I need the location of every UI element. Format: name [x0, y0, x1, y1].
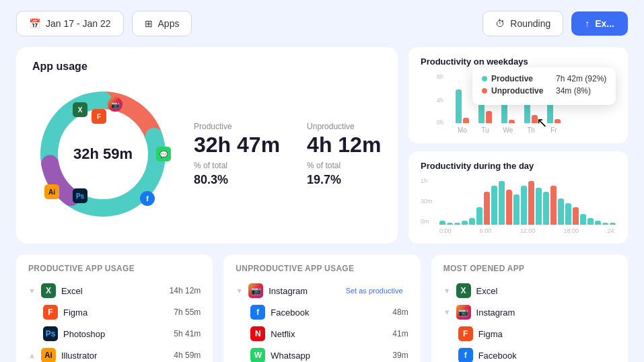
day-bar — [491, 186, 497, 225]
most-opened-panel: Most opened app ▼ X Excel ▼ 📷 Instagram … — [431, 254, 628, 362]
most-opened-title: Most opened app — [443, 264, 616, 273]
x-label-24: 24: — [607, 227, 616, 234]
productive-stat: Productive 32h 47m % of total 80.3% — [194, 122, 280, 187]
calendar-icon: 📅 — [29, 18, 40, 29]
ps-app-icon: Ps — [43, 326, 58, 341]
donut-center-value: 32h 59m — [73, 145, 133, 163]
day-bar — [476, 207, 482, 225]
day-bar — [543, 192, 549, 225]
unproductive-apps-title: Unproductive app usage — [236, 264, 408, 273]
day-bar — [521, 186, 527, 225]
apps-label: Apps — [158, 18, 180, 29]
day-y-30m: 30m — [421, 198, 433, 205]
x-label-12: 12:00 — [520, 227, 536, 234]
productive-pct-label: % of total — [194, 161, 280, 170]
apps-filter-button[interactable]: ⊞ Apps — [132, 11, 192, 36]
list-item: f Facebook 48m — [236, 301, 408, 323]
app-time-excel: 14h 12m — [170, 286, 201, 295]
export-button[interactable]: ↑ Ex... — [571, 11, 628, 36]
day-bar — [602, 223, 608, 225]
day-bar — [462, 221, 468, 225]
day-y-1h: 1h — [421, 178, 433, 184]
chevron-down-icon2: ▲ — [28, 351, 36, 359]
tooltip-prod-dot — [482, 76, 487, 81]
grid-icon: ⊞ — [145, 18, 153, 29]
unprod-bar — [532, 115, 538, 123]
day-bar — [484, 192, 490, 225]
wa-app-icon: W — [250, 348, 265, 362]
netflix-app-icon: N — [250, 326, 265, 341]
ai-icon-overlay: Ai — [44, 184, 59, 199]
day-bar — [439, 221, 445, 225]
day-bar — [587, 218, 594, 225]
most-app-ig: Instagram — [476, 307, 616, 318]
productive-apps-panel: Productive app usage ▼ X Excel 14h 12m F… — [16, 254, 213, 362]
weekday-label: Mo — [458, 126, 467, 134]
app-name-fb: Facebook — [271, 307, 387, 318]
weekday-chart-card: Productivity on weekdays Productive 7h 4… — [408, 47, 628, 143]
app-name-excel: Excel — [61, 286, 164, 296]
day-bar — [610, 223, 616, 225]
day-bars — [439, 178, 616, 225]
prod-bar — [456, 89, 462, 123]
day-y-axis: 1h 30m 0m — [421, 178, 433, 225]
usage-row: X F 📷 Ai Ps f 💬 32h 59m Productive 32h 4… — [32, 83, 382, 225]
productive-stat-label: Productive — [194, 122, 280, 131]
app-name-ig: Instagram — [269, 286, 340, 296]
list-item: N Netflix 41m — [236, 323, 408, 345]
unprod-bar — [554, 119, 561, 123]
tooltip-unprod-label: Unproductive — [491, 86, 552, 96]
productive-apps-title: Productive app usage — [28, 264, 201, 273]
most-app-figma: Figma — [478, 329, 616, 339]
chevron-down-icon: ▼ — [28, 287, 36, 295]
chevron-down-ig: ▼ — [236, 287, 243, 295]
rounding-button[interactable]: ⏱ Rounding — [482, 11, 563, 36]
list-item: W Whatsapp 39m — [236, 345, 408, 362]
unprod-bar — [463, 118, 469, 123]
excel-app-icon: X — [41, 283, 56, 298]
unproductive-apps-panel: Unproductive app usage ▼ 📷 Instagram Set… — [223, 254, 420, 362]
app-time-netflix: 41m — [392, 329, 408, 338]
rounding-icon: ⏱ — [495, 18, 505, 29]
donut-chart: X F 📷 Ai Ps f 💬 32h 59m — [32, 83, 174, 225]
date-range-button[interactable]: 📅 Jan 17 - Jan 22 — [16, 11, 124, 36]
tooltip-prod-label: Productive — [491, 74, 552, 83]
day-chart-area: 1h 30m 0m 0:00 6:00 12:00 18:00 24: — [421, 178, 616, 234]
list-item: ▼ X Excel — [443, 280, 616, 301]
ps-icon-overlay: Ps — [73, 188, 87, 203]
bottom-row: Productive app usage ▼ X Excel 14h 12m F… — [0, 254, 644, 362]
most-fb-icon: f — [458, 348, 473, 362]
app-name-ps: Photoshop — [63, 329, 168, 339]
list-item: f Facebook — [443, 345, 616, 362]
day-bar — [499, 181, 505, 225]
weekday-col: Mo — [456, 83, 469, 134]
set-productive-button[interactable]: Set as productive — [346, 287, 403, 295]
day-bar — [469, 218, 475, 225]
day-bar — [565, 203, 571, 225]
list-item: F Figma — [443, 323, 616, 345]
main-content: App usage X F 📷 Ai — [0, 47, 644, 254]
list-item: ▼ X Excel 14h 12m — [28, 280, 201, 301]
unproductive-pct-label: % of total — [307, 161, 381, 170]
unproductive-stat-value: 4h 12m — [307, 134, 381, 155]
day-chart-title: Productivity during the day — [421, 161, 616, 171]
list-item: ▲ Ai Illustrator 4h 59m — [28, 345, 201, 362]
fb-icon-overlay: f — [140, 191, 155, 206]
day-bar — [558, 198, 564, 225]
list-item: Ps Photoshop 5h 41m — [28, 323, 201, 345]
tooltip-prod-row: Productive 7h 42m (92%) — [482, 74, 606, 83]
ai-app-icon: Ai — [41, 348, 56, 362]
figma-app-icon: F — [43, 305, 58, 320]
weekday-label: Fr — [550, 126, 557, 134]
y-label-4h: 4h — [437, 97, 443, 104]
unprod-bar — [486, 111, 492, 123]
list-item: F Figma 7h 55m — [28, 301, 201, 323]
day-bar — [573, 207, 579, 225]
export-icon: ↑ — [585, 18, 589, 29]
chart-tooltip: Productive 7h 42m (92%) Unproductive 34m… — [472, 67, 616, 105]
list-item: ▼ 📷 Instagram — [443, 301, 616, 323]
chevron-mo-ig: ▼ — [443, 308, 451, 316]
day-x-labels: 0:00 6:00 12:00 18:00 24: — [439, 227, 616, 234]
app-name-wa: Whatsapp — [271, 351, 387, 361]
most-app-fb: Facebook — [478, 351, 616, 361]
